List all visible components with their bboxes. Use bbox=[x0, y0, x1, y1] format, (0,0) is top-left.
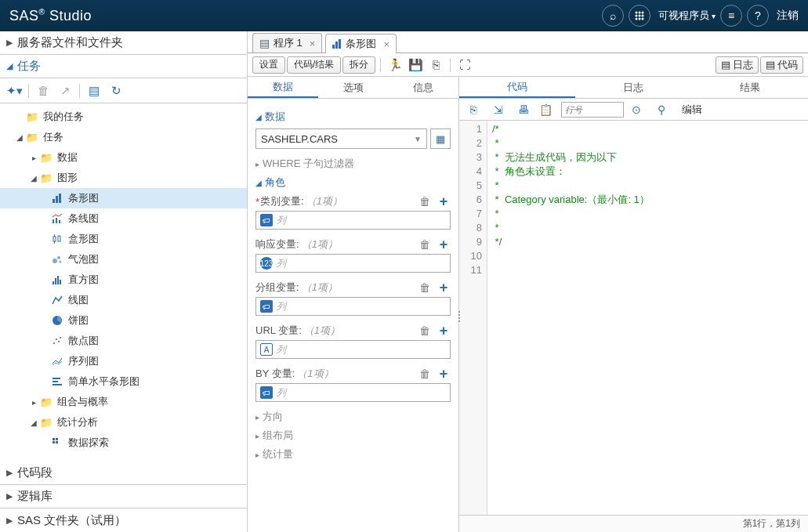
svg-rect-33 bbox=[53, 384, 62, 385]
tree-line-bar[interactable]: 条线图 bbox=[0, 208, 247, 229]
new-task-icon[interactable]: ✦▾ bbox=[5, 81, 24, 100]
section-direction[interactable]: ▸方向 bbox=[255, 410, 451, 424]
dataset-combo[interactable]: SASHELP.CARS▼ bbox=[255, 128, 427, 149]
tab-bar-chart[interactable]: 条形图× bbox=[325, 34, 397, 53]
tree-combo[interactable]: ▸📁组合与概率 bbox=[0, 392, 247, 412]
edit-link[interactable]: 编辑 bbox=[682, 103, 702, 117]
tree-my-tasks[interactable]: 📁我的任务 bbox=[0, 107, 247, 127]
close-icon[interactable]: × bbox=[383, 38, 390, 50]
logout-link[interactable]: 注销 bbox=[777, 9, 799, 23]
accordion-snippets[interactable]: ▶代码段 bbox=[0, 461, 247, 485]
refresh-icon[interactable]: ↻ bbox=[107, 81, 125, 100]
lineno-input[interactable] bbox=[561, 102, 624, 118]
svg-point-1 bbox=[639, 12, 641, 14]
save-icon[interactable]: 💾 bbox=[406, 56, 425, 74]
delete-icon[interactable]: 🗑 bbox=[418, 237, 432, 252]
accordion-tasks[interactable]: ◢任务 bbox=[0, 55, 247, 78]
svg-point-7 bbox=[639, 18, 641, 20]
svg-rect-13 bbox=[56, 218, 57, 223]
help-icon[interactable]: ? bbox=[747, 5, 769, 27]
role-dropzone[interactable]: A列 bbox=[255, 340, 451, 359]
add-icon[interactable]: + bbox=[437, 324, 451, 338]
splitter-handle[interactable] bbox=[457, 305, 462, 328]
tree-bubble[interactable]: 气泡图 bbox=[0, 249, 247, 270]
svg-rect-39 bbox=[335, 42, 338, 49]
role-dropzone[interactable]: 123列 bbox=[255, 254, 451, 273]
export-icon[interactable]: ⇲ bbox=[489, 101, 508, 118]
code-button[interactable]: ▤代码 bbox=[760, 56, 803, 74]
accordion-files[interactable]: ▶服务器文件和文件夹 bbox=[0, 31, 247, 55]
close-icon[interactable]: × bbox=[310, 38, 316, 49]
role-dropzone[interactable]: 🏷列 bbox=[255, 211, 451, 230]
tree-lineplot[interactable]: 线图 bbox=[0, 290, 247, 310]
clipboard-icon[interactable]: 📋 bbox=[536, 101, 555, 118]
more-icon[interactable]: ≡ bbox=[720, 5, 742, 27]
delete-icon[interactable]: 🗑 bbox=[418, 367, 432, 381]
copy-icon[interactable]: ⎘ bbox=[464, 101, 483, 118]
tab-log[interactable]: 日志 bbox=[575, 77, 691, 98]
section-where[interactable]: ▸WHERE 子句过滤器 bbox=[255, 157, 451, 171]
fullscreen-icon[interactable]: ⛶ bbox=[455, 56, 474, 74]
svg-point-0 bbox=[636, 12, 638, 14]
coderesult-button[interactable]: 代码/结果 bbox=[287, 56, 341, 74]
user-menu[interactable]: 可视程序员 ▾ bbox=[658, 9, 716, 23]
apps-icon[interactable] bbox=[629, 5, 650, 27]
role-response: 响应变量:（1项）🗑+ 123列 bbox=[255, 237, 451, 273]
tree-hist[interactable]: 直方图 bbox=[0, 270, 247, 290]
print-icon[interactable]: 🖶 bbox=[514, 101, 533, 118]
tab-program-1[interactable]: ▤程序 1× bbox=[252, 33, 322, 52]
goto-icon[interactable]: ⊙ bbox=[627, 101, 646, 118]
accordion-libs[interactable]: ▶逻辑库 bbox=[0, 485, 247, 508]
tree-data[interactable]: ▸📁数据 bbox=[0, 147, 247, 168]
tree-stats[interactable]: ◢📁统计分析 bbox=[0, 412, 247, 432]
tab-options[interactable]: 选项 bbox=[318, 77, 389, 98]
role-dropzone[interactable]: 🏷列 bbox=[255, 297, 451, 316]
tree-graphics[interactable]: ◢📁图形 bbox=[0, 168, 247, 188]
svg-point-5 bbox=[642, 15, 644, 17]
sidebar: ▶服务器文件和文件夹 ◢任务 ✦▾ 🗑 ↗ ▤ ↻ 📁我的任务 ◢📁任务 ▸📁数… bbox=[0, 31, 248, 532]
tree-scatter[interactable]: 散点图 bbox=[0, 331, 247, 351]
find-icon[interactable]: ⚲ bbox=[652, 101, 671, 118]
add-icon[interactable]: + bbox=[437, 194, 451, 208]
role-dropzone[interactable]: 🏷列 bbox=[255, 383, 451, 402]
tab-data[interactable]: 数据 bbox=[248, 77, 318, 98]
run-icon[interactable]: 🏃 bbox=[386, 56, 404, 74]
section-data[interactable]: ◢数据 bbox=[255, 110, 451, 124]
add-icon[interactable]: + bbox=[437, 280, 451, 295]
split-button[interactable]: 拆分 bbox=[342, 56, 375, 74]
delete-icon[interactable]: 🗑 bbox=[418, 324, 432, 338]
section-stat[interactable]: ▸统计量 bbox=[255, 447, 451, 461]
tree-explore[interactable]: 数据探索 bbox=[0, 432, 247, 453]
search-icon[interactable]: ⌕ bbox=[602, 5, 624, 27]
tab-results[interactable]: 结果 bbox=[692, 77, 808, 98]
delete-icon[interactable]: 🗑 bbox=[34, 81, 53, 100]
accordion-sasfolders[interactable]: ▶SAS 文件夹（试用） bbox=[0, 508, 247, 532]
app-header: SAS® Studio ⌕ 可视程序员 ▾ ≡ ? 注销 bbox=[0, 0, 808, 31]
open-icon[interactable]: ↗ bbox=[56, 81, 74, 100]
tasks-toolbar: ✦▾ 🗑 ↗ ▤ ↻ bbox=[0, 78, 247, 103]
section-roles[interactable]: ◢角色 bbox=[255, 176, 451, 190]
svg-point-8 bbox=[642, 18, 644, 20]
properties-icon[interactable]: ▤ bbox=[85, 81, 103, 100]
tree-pie[interactable]: 饼图 bbox=[0, 310, 247, 331]
delete-icon[interactable]: 🗑 bbox=[418, 280, 432, 295]
add-icon[interactable]: + bbox=[437, 367, 451, 381]
log-button[interactable]: ▤日志 bbox=[716, 56, 759, 74]
tree-bar-chart[interactable]: 条形图 bbox=[0, 188, 247, 208]
tree-tasks[interactable]: ◢📁任务 bbox=[0, 127, 247, 147]
tab-info[interactable]: 信息 bbox=[388, 77, 458, 98]
svg-point-30 bbox=[60, 337, 61, 338]
tree-box[interactable]: 盒形图 bbox=[0, 229, 247, 249]
delete-icon[interactable]: 🗑 bbox=[418, 194, 432, 208]
add-icon[interactable]: + bbox=[437, 237, 451, 252]
section-layout[interactable]: ▸组布局 bbox=[255, 429, 451, 443]
saveas-icon[interactable]: ⎘ bbox=[426, 56, 445, 74]
code-editor[interactable]: 1234567891011 /* * * 无法生成代码，因为以下 * 角色未设置… bbox=[459, 121, 808, 515]
dataset-browse-icon[interactable]: ▦ bbox=[430, 128, 451, 149]
tab-code[interactable]: 代码 bbox=[459, 77, 575, 98]
svg-rect-18 bbox=[58, 236, 60, 241]
tree-series[interactable]: 序列图 bbox=[0, 351, 247, 371]
svg-point-6 bbox=[636, 18, 638, 20]
settings-button[interactable]: 设置 bbox=[252, 56, 285, 74]
tree-simplebar[interactable]: 简单水平条形图 bbox=[0, 371, 247, 392]
